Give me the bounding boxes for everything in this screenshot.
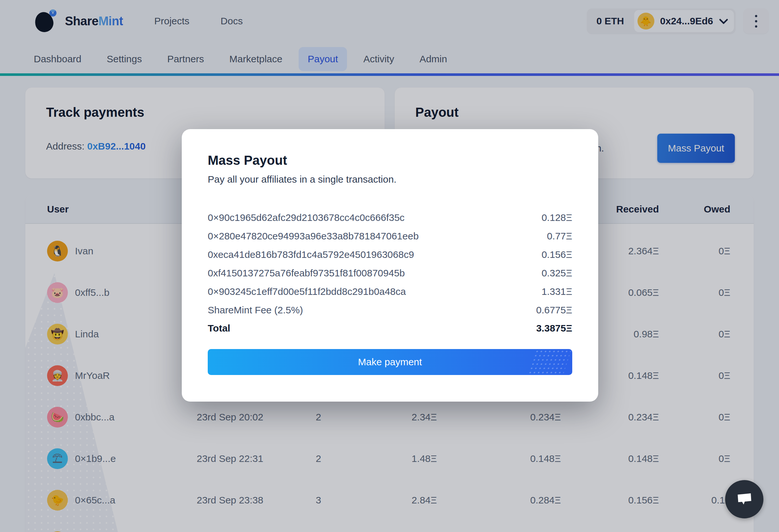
- fee-amount: 0.6775Ξ: [536, 305, 572, 316]
- payout-amount: 1.331Ξ: [541, 286, 572, 297]
- payout-amount: 0.325Ξ: [541, 268, 572, 279]
- payout-address: 0×280e47820ce94993a96e33a8b781847061eeb: [208, 230, 419, 242]
- modal-subtitle: Pay all your affiliates in a single tran…: [208, 173, 572, 186]
- total-label: Total: [208, 323, 230, 334]
- payout-amount: 0.77Ξ: [547, 230, 572, 242]
- payout-address: 0xeca41de816b783fd1c4a5792e4501963068c9: [208, 249, 414, 260]
- payout-amount: 0.128Ξ: [541, 212, 572, 223]
- payout-row: 0xf4150137275a76feabf97351f81f00870945b …: [208, 264, 572, 282]
- payout-total-row: Total 3.3875Ξ: [208, 319, 572, 337]
- chat-widget-button[interactable]: [725, 480, 764, 518]
- button-texture: [527, 349, 572, 375]
- fee-label: ShareMint Fee (2.5%): [208, 305, 303, 316]
- modal-title: Mass Payout: [208, 152, 572, 168]
- chat-bubble-icon: [735, 490, 754, 509]
- payout-row: 0×903245c1eff7d00e5f11f2bdd8c291b0a48ca …: [208, 282, 572, 301]
- payout-address: 0×903245c1eff7d00e5f11f2bdd8c291b0a48ca: [208, 286, 406, 297]
- payout-row: 0×280e47820ce94993a96e33a8b781847061eeb …: [208, 227, 572, 245]
- payout-address: 0xf4150137275a76feabf97351f81f00870945b: [208, 268, 405, 279]
- payout-fee-row: ShareMint Fee (2.5%) 0.6775Ξ: [208, 301, 572, 319]
- payout-list: 0×90c1965d62afc29d2103678cc4c0c666f35c 0…: [208, 208, 572, 337]
- mass-payout-modal: Mass Payout Pay all your affiliates in a…: [182, 129, 598, 402]
- make-payment-button[interactable]: Make payment: [208, 349, 572, 375]
- payout-amount: 0.156Ξ: [541, 249, 572, 260]
- payout-row: 0×90c1965d62afc29d2103678cc4c0c666f35c 0…: [208, 208, 572, 227]
- payout-row: 0xeca41de816b783fd1c4a5792e4501963068c9 …: [208, 245, 572, 264]
- total-amount: 3.3875Ξ: [536, 323, 572, 334]
- payout-address: 0×90c1965d62afc29d2103678cc4c0c666f35c: [208, 212, 405, 223]
